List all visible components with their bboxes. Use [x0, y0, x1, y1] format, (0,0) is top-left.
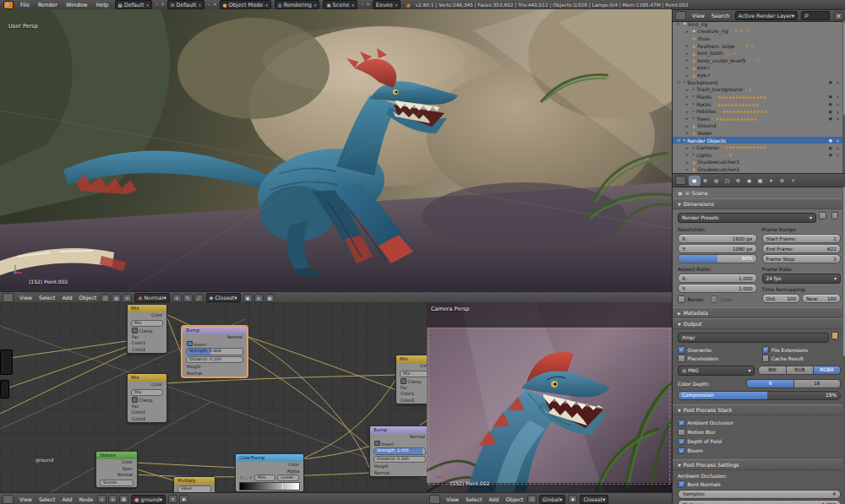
- outliner-row[interactable]: ▸ • Cameras | ◆◆◆◆◆◆◆◆◆◆◆◆ ◉ ↘: [673, 144, 842, 151]
- remap-new-field[interactable]: New:100: [802, 294, 841, 303]
- magnet-icon[interactable]: ◆: [568, 495, 577, 503]
- outliner-item-label[interactable]: Feathers_large: [697, 43, 734, 49]
- expander-icon[interactable]: ▸: [686, 94, 692, 99]
- outliner-item-label[interactable]: Pose: [698, 35, 710, 41]
- outliner-item-label[interactable]: Water: [697, 130, 712, 136]
- mode-icon[interactable]: ◳: [527, 495, 537, 503]
- visibility-icons[interactable]: ◉ ↘: [828, 94, 842, 99]
- render-view-icon[interactable]: ▣: [243, 294, 253, 302]
- expander-icon[interactable]: ▸: [686, 29, 692, 34]
- node-bump-2[interactable]: Bump Normal Invert Strength: 1.000 Dista…: [369, 425, 428, 477]
- visibility-icons[interactable]: ◉ ↘: [828, 79, 842, 84]
- tab-object[interactable]: ◳: [722, 176, 733, 185]
- end-frame-field[interactable]: End Frame:622: [762, 244, 842, 253]
- expander-icon[interactable]: ▸: [686, 116, 692, 121]
- camera-viewport[interactable]: Camera Persp (152) Point.002: [427, 302, 672, 492]
- pp-stack-row[interactable]: ✓ Bloom: [678, 447, 841, 455]
- node-header[interactable]: Mix: [128, 305, 166, 312]
- node-header[interactable]: ColorRamp: [236, 454, 303, 462]
- tab-texture[interactable]: ▦: [755, 176, 766, 185]
- outliner-row[interactable]: ▸ ✶ creature_rig | ⚙ ⚙ ⚙: [673, 28, 842, 35]
- outliner-row[interactable]: ▸ ▲ bird_tooth | ∴ ◎: [673, 49, 842, 57]
- clamp-row[interactable]: Clamp: [128, 328, 166, 334]
- outliner-item-label[interactable]: bird_tooth: [697, 50, 723, 56]
- menu-select[interactable]: Select: [466, 496, 482, 502]
- pp-stack-checkbox[interactable]: ✓: [678, 447, 685, 455]
- invert-checkbox[interactable]: [374, 441, 380, 447]
- blender-menu-icon[interactable]: [3, 1, 14, 9]
- invert-row[interactable]: Invert: [183, 341, 247, 348]
- border-checkbox-row[interactable]: Border: [678, 295, 704, 303]
- clipped-node[interactable]: [0, 380, 9, 398]
- outliner-item-label[interactable]: Ground: [697, 122, 716, 128]
- channel-bw[interactable]: BW: [758, 366, 786, 375]
- setting-field[interactable]: Samples:4: [678, 490, 841, 499]
- display-filter-dropdown[interactable]: Active Render Layer▾: [735, 11, 799, 20]
- outliner-row[interactable]: ▸ • Pebbles | ▲▲▲▲▲▲▲▲▲▲▲▲▲ ◉ ↘: [673, 107, 842, 115]
- node-mix-2[interactable]: Mix Color Mix Clamp Fac Color1 Color2: [127, 373, 167, 423]
- resolution-percentage-slider[interactable]: 50%: [678, 254, 757, 263]
- file-extensions-row[interactable]: ✓File Extensions: [762, 346, 842, 354]
- compression-slider[interactable]: Compression15%: [678, 391, 841, 400]
- orientation-selector[interactable]: Global▾: [539, 495, 565, 504]
- shading-mode-icon[interactable]: ◍: [112, 294, 121, 302]
- outliner-row[interactable]: ▸ ▲ eye.l | ∴: [673, 64, 842, 72]
- visibility-icons[interactable]: ◉ ↘: [828, 101, 842, 106]
- outliner-row[interactable]: ▸ ▲ Shadowcatcher1 | ⚡ ∴: [673, 159, 842, 166]
- resolution-x-field[interactable]: X:1920 px: [678, 234, 757, 243]
- expander-icon[interactable]: ▸: [686, 109, 692, 114]
- render-presets-dropdown[interactable]: Render Presets▾: [678, 213, 816, 223]
- ramp-blend-dropdown[interactable]: MUL: [254, 474, 276, 482]
- snap-selector[interactable]: Closest▾: [580, 495, 608, 504]
- menu-select[interactable]: Select: [39, 496, 55, 502]
- outliner-row[interactable]: ⊙ • Background ◉ ↘: [673, 79, 842, 86]
- tab-modifiers[interactable]: ⚙: [733, 176, 744, 185]
- editor-type-icon[interactable]: [3, 293, 14, 302]
- 3d-viewport[interactable]: User Persp (152) Point.002: [0, 9, 672, 291]
- search-field[interactable]: ⚲: [801, 11, 830, 20]
- placeholders-row[interactable]: Placeholders: [678, 355, 757, 362]
- depth-16[interactable]: 16: [794, 379, 841, 388]
- clamp-checkbox[interactable]: [132, 328, 138, 333]
- editor-type-icon[interactable]: [675, 11, 686, 20]
- pivot-icon[interactable]: ⊙: [123, 294, 132, 302]
- menu-select[interactable]: Select: [39, 295, 55, 301]
- outliner-item-label[interactable]: eye.r: [697, 72, 710, 78]
- expander-icon[interactable]: ▸: [686, 43, 692, 48]
- ramp-add-delete-icons[interactable]: ○ ◡ ⊥: [240, 474, 253, 481]
- outliner-item-label[interactable]: Shadowcatcher2: [697, 166, 739, 172]
- tab-particles[interactable]: ✶: [766, 176, 777, 185]
- group-datablock[interactable]: Stones: [100, 480, 134, 487]
- outliner-item-label[interactable]: Plants: [696, 94, 711, 100]
- blend-mode-dropdown[interactable]: Mix: [131, 389, 163, 397]
- outliner-row[interactable]: ▸ ▲ Feathers_large | ∴ ⚙ ◎: [673, 42, 842, 50]
- outliner-row[interactable]: ▸ ▲ Water | ⚡ ∴: [673, 129, 842, 137]
- remap-old-field[interactable]: Old:100: [762, 294, 801, 303]
- preset-add-button[interactable]: [819, 212, 826, 219]
- clamp-checkbox[interactable]: [132, 397, 138, 403]
- manipulator-icon[interactable]: ✛: [172, 294, 182, 302]
- menu-file[interactable]: File: [20, 2, 30, 8]
- expander-icon[interactable]: ▾: [677, 21, 683, 26]
- node-mix-1[interactable]: Mix Color Mix Clamp Fac Color1 Color2: [127, 304, 167, 354]
- rotate-icon[interactable]: ↻: [183, 294, 193, 302]
- channel-rgba[interactable]: RGBA: [814, 366, 841, 375]
- editor-type-icon[interactable]: [3, 495, 14, 504]
- resolution-y-field[interactable]: Y:1080 px: [678, 244, 757, 253]
- tab-physics[interactable]: ⊛: [777, 176, 788, 185]
- menu-search[interactable]: Search: [711, 13, 730, 19]
- expander-icon[interactable]: ▸: [686, 166, 692, 171]
- scene-datablock-selector[interactable]: ⊞Default▾: [167, 0, 204, 9]
- tab-render[interactable]: ▣: [690, 176, 700, 185]
- clipped-node[interactable]: [0, 350, 13, 375]
- outliner-row[interactable]: ▸ ▲ eye.r | ∴: [673, 71, 842, 79]
- ramp-controls[interactable]: ○ ◡ ⊥ MUL Linear: [236, 474, 303, 481]
- outliner-item-label[interactable]: Pebbles: [696, 108, 716, 114]
- blend-mode-dropdown[interactable]: Mix: [400, 371, 428, 378]
- menu-view[interactable]: View: [19, 295, 32, 301]
- pp-stack-row[interactable]: ✓ Ambient Occlusion: [678, 419, 841, 427]
- menu-view[interactable]: View: [692, 13, 705, 19]
- invert-checkbox[interactable]: [187, 341, 193, 347]
- ramp-gradient-bar[interactable]: [239, 482, 300, 490]
- menu-object[interactable]: Object: [506, 496, 524, 502]
